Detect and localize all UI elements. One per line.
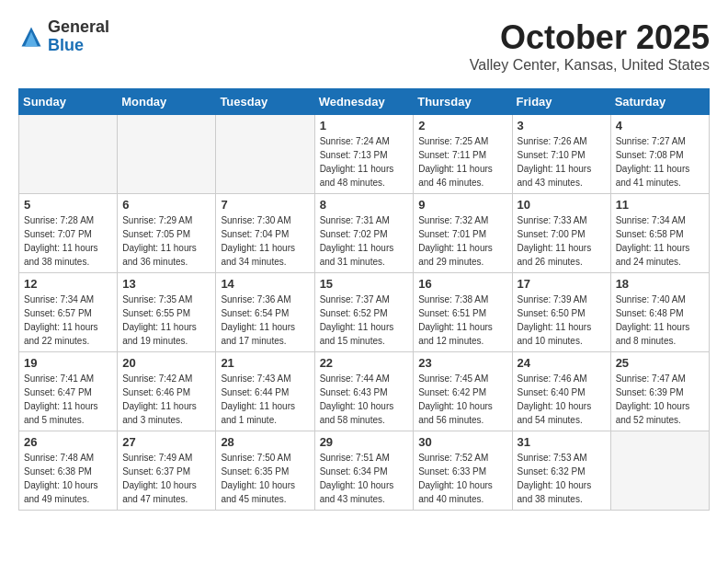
day-number: 3	[518, 119, 606, 132]
day-number: 22	[320, 356, 409, 370]
day-number: 28	[221, 435, 309, 449]
day-number: 23	[418, 356, 506, 370]
month-title: October 2025	[470, 18, 710, 57]
empty-cell	[610, 431, 709, 511]
day-number: 9	[418, 198, 506, 212]
logo: General Blue	[18, 18, 109, 55]
day-number: 12	[24, 277, 112, 291]
day-cell-21: 21Sunrise: 7:43 AMSunset: 6:44 PMDayligh…	[216, 352, 314, 431]
day-info: Sunrise: 7:25 AMSunset: 7:11 PMDaylight:…	[418, 134, 506, 190]
weekday-header-friday: Friday	[512, 89, 610, 115]
page-header: General Blue October 2025 Valley Center,…	[18, 18, 710, 74]
day-cell-28: 28Sunrise: 7:50 AMSunset: 6:35 PMDayligh…	[216, 431, 314, 511]
day-cell-11: 11Sunrise: 7:34 AMSunset: 6:58 PMDayligh…	[610, 194, 709, 273]
day-number: 13	[122, 277, 210, 291]
day-cell-17: 17Sunrise: 7:39 AMSunset: 6:50 PMDayligh…	[512, 273, 610, 352]
day-info: Sunrise: 7:34 AMSunset: 6:57 PMDaylight:…	[24, 293, 112, 348]
logo-general-text: General	[48, 18, 109, 37]
day-number: 10	[518, 198, 606, 212]
day-info: Sunrise: 7:40 AMSunset: 6:48 PMDaylight:…	[616, 293, 704, 348]
logo-text: General Blue	[48, 18, 109, 55]
day-cell-2: 2Sunrise: 7:25 AMSunset: 7:11 PMDaylight…	[414, 115, 512, 194]
day-cell-16: 16Sunrise: 7:38 AMSunset: 6:51 PMDayligh…	[414, 273, 512, 352]
day-info: Sunrise: 7:26 AMSunset: 7:10 PMDaylight:…	[518, 134, 606, 190]
day-info: Sunrise: 7:39 AMSunset: 6:50 PMDaylight:…	[518, 293, 606, 348]
logo-blue-text: Blue	[48, 37, 109, 55]
day-cell-7: 7Sunrise: 7:30 AMSunset: 7:04 PMDaylight…	[216, 194, 314, 273]
day-cell-3: 3Sunrise: 7:26 AMSunset: 7:10 PMDaylight…	[512, 115, 610, 194]
day-number: 16	[418, 277, 506, 291]
day-cell-4: 4Sunrise: 7:27 AMSunset: 7:08 PMDaylight…	[610, 115, 709, 194]
day-number: 4	[616, 119, 704, 132]
day-cell-20: 20Sunrise: 7:42 AMSunset: 6:46 PMDayligh…	[118, 352, 216, 431]
day-info: Sunrise: 7:32 AMSunset: 7:01 PMDaylight:…	[418, 213, 506, 269]
weekday-header-sunday: Sunday	[19, 89, 118, 115]
day-number: 15	[320, 277, 409, 291]
day-cell-13: 13Sunrise: 7:35 AMSunset: 6:55 PMDayligh…	[118, 273, 216, 352]
day-cell-31: 31Sunrise: 7:53 AMSunset: 6:32 PMDayligh…	[512, 431, 610, 511]
day-cell-8: 8Sunrise: 7:31 AMSunset: 7:02 PMDaylight…	[314, 194, 414, 273]
day-number: 26	[24, 435, 112, 449]
day-number: 14	[221, 277, 309, 291]
day-info: Sunrise: 7:49 AMSunset: 6:37 PMDaylight:…	[122, 451, 210, 506]
title-block: October 2025 Valley Center, Kansas, Unit…	[470, 18, 710, 74]
week-row-5: 26Sunrise: 7:48 AMSunset: 6:38 PMDayligh…	[19, 431, 710, 511]
day-cell-9: 9Sunrise: 7:32 AMSunset: 7:01 PMDaylight…	[414, 194, 512, 273]
logo-icon	[18, 24, 44, 50]
weekday-header-wednesday: Wednesday	[314, 89, 414, 115]
day-number: 18	[616, 277, 704, 291]
day-number: 25	[616, 356, 704, 370]
week-row-1: 1Sunrise: 7:24 AMSunset: 7:13 PMDaylight…	[19, 115, 710, 194]
day-info: Sunrise: 7:36 AMSunset: 6:54 PMDaylight:…	[221, 293, 309, 348]
day-cell-25: 25Sunrise: 7:47 AMSunset: 6:39 PMDayligh…	[610, 352, 709, 431]
week-row-2: 5Sunrise: 7:28 AMSunset: 7:07 PMDaylight…	[19, 194, 710, 273]
day-cell-1: 1Sunrise: 7:24 AMSunset: 7:13 PMDaylight…	[314, 115, 414, 194]
day-number: 11	[616, 198, 704, 212]
day-info: Sunrise: 7:27 AMSunset: 7:08 PMDaylight:…	[616, 134, 704, 190]
day-info: Sunrise: 7:51 AMSunset: 6:34 PMDaylight:…	[320, 451, 409, 506]
day-info: Sunrise: 7:48 AMSunset: 6:38 PMDaylight:…	[24, 451, 112, 506]
empty-cell	[19, 115, 118, 194]
day-info: Sunrise: 7:50 AMSunset: 6:35 PMDaylight:…	[221, 451, 309, 506]
day-number: 20	[122, 356, 210, 370]
day-cell-5: 5Sunrise: 7:28 AMSunset: 7:07 PMDaylight…	[19, 194, 118, 273]
day-info: Sunrise: 7:35 AMSunset: 6:55 PMDaylight:…	[122, 293, 210, 348]
day-cell-27: 27Sunrise: 7:49 AMSunset: 6:37 PMDayligh…	[118, 431, 216, 511]
day-info: Sunrise: 7:30 AMSunset: 7:04 PMDaylight:…	[221, 213, 309, 269]
day-cell-26: 26Sunrise: 7:48 AMSunset: 6:38 PMDayligh…	[19, 431, 118, 511]
day-info: Sunrise: 7:42 AMSunset: 6:46 PMDaylight:…	[122, 372, 210, 427]
day-info: Sunrise: 7:38 AMSunset: 6:51 PMDaylight:…	[418, 293, 506, 348]
day-number: 1	[320, 119, 409, 132]
day-info: Sunrise: 7:34 AMSunset: 6:58 PMDaylight:…	[616, 213, 704, 269]
day-info: Sunrise: 7:45 AMSunset: 6:42 PMDaylight:…	[418, 372, 506, 427]
day-number: 31	[518, 435, 606, 449]
day-number: 6	[122, 198, 210, 212]
day-info: Sunrise: 7:46 AMSunset: 6:40 PMDaylight:…	[518, 372, 606, 427]
day-cell-24: 24Sunrise: 7:46 AMSunset: 6:40 PMDayligh…	[512, 352, 610, 431]
empty-cell	[216, 115, 314, 194]
day-cell-23: 23Sunrise: 7:45 AMSunset: 6:42 PMDayligh…	[414, 352, 512, 431]
day-cell-29: 29Sunrise: 7:51 AMSunset: 6:34 PMDayligh…	[314, 431, 414, 511]
weekday-header-saturday: Saturday	[610, 89, 709, 115]
weekday-header-thursday: Thursday	[414, 89, 512, 115]
empty-cell	[118, 115, 216, 194]
day-info: Sunrise: 7:29 AMSunset: 7:05 PMDaylight:…	[122, 213, 210, 269]
day-number: 21	[221, 356, 309, 370]
day-cell-18: 18Sunrise: 7:40 AMSunset: 6:48 PMDayligh…	[610, 273, 709, 352]
day-number: 8	[320, 198, 409, 212]
day-info: Sunrise: 7:33 AMSunset: 7:00 PMDaylight:…	[518, 213, 606, 269]
day-info: Sunrise: 7:41 AMSunset: 6:47 PMDaylight:…	[24, 372, 112, 427]
day-cell-6: 6Sunrise: 7:29 AMSunset: 7:05 PMDaylight…	[118, 194, 216, 273]
day-info: Sunrise: 7:53 AMSunset: 6:32 PMDaylight:…	[518, 451, 606, 506]
week-row-3: 12Sunrise: 7:34 AMSunset: 6:57 PMDayligh…	[19, 273, 710, 352]
day-cell-14: 14Sunrise: 7:36 AMSunset: 6:54 PMDayligh…	[216, 273, 314, 352]
day-number: 24	[518, 356, 606, 370]
day-number: 2	[418, 119, 506, 132]
day-number: 29	[320, 435, 409, 449]
day-info: Sunrise: 7:43 AMSunset: 6:44 PMDaylight:…	[221, 372, 309, 427]
weekday-header-row: SundayMondayTuesdayWednesdayThursdayFrid…	[19, 89, 710, 115]
day-cell-22: 22Sunrise: 7:44 AMSunset: 6:43 PMDayligh…	[314, 352, 414, 431]
day-cell-15: 15Sunrise: 7:37 AMSunset: 6:52 PMDayligh…	[314, 273, 414, 352]
day-cell-10: 10Sunrise: 7:33 AMSunset: 7:00 PMDayligh…	[512, 194, 610, 273]
day-number: 17	[518, 277, 606, 291]
